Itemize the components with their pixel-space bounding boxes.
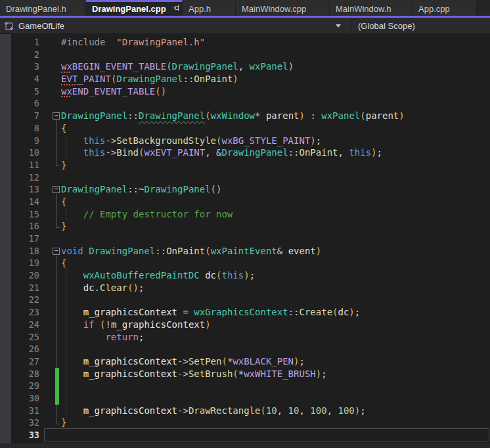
line-number: 15	[0, 208, 39, 221]
code-line[interactable]: }	[61, 220, 66, 233]
code-line[interactable]: return;	[61, 331, 144, 344]
code-line[interactable]: dc.Clear();	[61, 282, 144, 294]
tab-label: DrawingPanel.h	[6, 4, 66, 14]
line-number: 23	[0, 306, 39, 319]
tab-mainwindow-h[interactable]: MainWindow.h	[330, 0, 412, 16]
line-number: 29	[0, 380, 39, 392]
code-row: 15 // Empty destructor for now	[0, 208, 490, 221]
tab-mainwindow-cpp[interactable]: MainWindow.cpp	[236, 0, 330, 16]
code-line[interactable]: this->Bind(wxEVT_PAINT, &DrawingPanel::O…	[61, 146, 382, 159]
chevron-down-icon[interactable]	[336, 24, 341, 28]
code-row: 7DrawingPanel::DrawingPanel(wxWindow* pa…	[0, 110, 490, 122]
code-line[interactable]: }	[61, 159, 66, 171]
code-row: 29	[0, 380, 490, 392]
code-line[interactable]: {	[61, 257, 66, 269]
line-number: 28	[0, 368, 39, 380]
code-row: 23 m_graphicsContext = wxGraphicsContext…	[0, 306, 490, 319]
line-number: 6	[0, 97, 39, 110]
code-row: 30	[0, 392, 490, 405]
tab-bar-empty-space	[477, 0, 490, 16]
tab-app-h[interactable]: App.h	[183, 0, 236, 16]
fold-toggle[interactable]: −	[53, 186, 60, 193]
current-line-highlight	[44, 428, 489, 441]
code-row: 25 return;	[0, 331, 490, 344]
tab-label: MainWindow.h	[336, 4, 391, 14]
code-line[interactable]: wxAutoBufferedPaintDC dc(this);	[61, 269, 255, 282]
line-number: 13	[0, 183, 39, 196]
line-number: 9	[0, 135, 39, 147]
fold-toggle[interactable]: −	[53, 112, 60, 120]
line-number: 3	[0, 60, 39, 73]
code-row: 18void DrawingPanel::OnPaint(wxPaintEven…	[0, 245, 490, 258]
code-line[interactable]: #include "DrawingPanel.h"	[61, 36, 205, 49]
tab-label: App.cpp	[418, 4, 450, 14]
line-number: 10	[0, 146, 39, 159]
line-number: 18	[0, 245, 39, 258]
code-line[interactable]: DrawingPanel::~DrawingPanel()	[61, 183, 221, 196]
scope-dropdown[interactable]: (Global Scope)	[358, 18, 415, 34]
code-line[interactable]: if (!m_graphicsContext)	[61, 319, 211, 331]
change-bar	[55, 368, 59, 380]
code-lines: 1#include "DrawingPanel.h"23wxBEGIN_EVEN…	[0, 36, 490, 441]
code-row: 28 m_graphicsContext->SetBrush(*wxWHITE_…	[0, 368, 490, 380]
change-bar	[55, 392, 59, 405]
code-row: 13DrawingPanel::~DrawingPanel()	[0, 183, 490, 196]
code-row: 26	[0, 343, 490, 355]
code-line[interactable]: m_graphicsContext->SetBrush(*wxWHITE_BRU…	[61, 368, 327, 380]
tab-drawingpanel-h[interactable]: DrawingPanel.h	[0, 0, 86, 16]
outline-guide-foot	[56, 424, 60, 424]
code-row: 21 dc.Clear();	[0, 282, 490, 294]
code-line[interactable]: m_graphicsContext = wxGraphicsContext::C…	[61, 306, 360, 319]
code-editor: 1#include "DrawingPanel.h"23wxBEGIN_EVEN…	[0, 34, 490, 448]
code-line[interactable]: {	[61, 196, 66, 208]
tab-app-cpp[interactable]: App.cpp	[412, 0, 477, 16]
code-editor-window: DrawingPanel.hDrawingPanel.cpp✕App.hMain…	[0, 0, 490, 448]
code-line[interactable]: wxBEGIN_EVENT_TABLE(DrawingPanel, wxPane…	[61, 60, 294, 73]
navbar-divider	[351, 18, 351, 34]
code-line[interactable]: {	[61, 122, 66, 135]
line-number: 32	[0, 416, 39, 429]
line-number: 12	[0, 171, 39, 184]
code-line[interactable]: // Empty destructor for now	[61, 208, 233, 221]
code-row: 12	[0, 171, 490, 184]
indent-guide	[66, 135, 66, 159]
line-number: 14	[0, 196, 39, 208]
tab-label: DrawingPanel.cpp	[92, 4, 166, 14]
code-row: 10 this->Bind(wxEVT_PAINT, &DrawingPanel…	[0, 146, 490, 159]
tab-bar: DrawingPanel.hDrawingPanel.cpp✕App.hMain…	[0, 0, 490, 18]
code-row: 9 this->SetBackgroundStyle(wxBG_STYLE_PA…	[0, 135, 490, 147]
code-row: 14{	[0, 196, 490, 208]
code-line[interactable]: EVT_PAINT(DrawingPanel::OnPaint)	[61, 73, 238, 85]
project-dropdown[interactable]: GameOfLife	[0, 18, 64, 34]
code-line[interactable]: m_graphicsContext->DrawRectangle(10, 10,…	[61, 405, 366, 417]
line-number: 1	[0, 36, 39, 49]
line-number: 21	[0, 282, 39, 294]
code-line[interactable]: m_graphicsContext->SetPen(*wxBLACK_PEN);	[61, 355, 305, 368]
tab-label: App.h	[189, 4, 211, 14]
navigation-bar: GameOfLife (Global Scope)	[0, 18, 490, 34]
line-number: 31	[0, 405, 39, 417]
horizontal-scrollbar[interactable]	[0, 443, 490, 448]
code-row: 3wxBEGIN_EVENT_TABLE(DrawingPanel, wxPan…	[0, 60, 490, 73]
line-number: 22	[0, 294, 39, 306]
change-bar	[55, 380, 59, 393]
code-row: 17	[0, 233, 490, 245]
outline-guide	[56, 194, 56, 227]
code-row: 22	[0, 294, 490, 306]
code-line[interactable]: wxEND_EVENT_TABLE()	[61, 85, 166, 98]
code-line[interactable]: }	[61, 416, 66, 429]
pin-icon[interactable]	[173, 4, 181, 14]
code-line[interactable]: this->SetBackgroundStyle(wxBG_STYLE_PAIN…	[61, 135, 321, 147]
code-row: 20 wxAutoBufferedPaintDC dc(this);	[0, 269, 490, 282]
line-number: 27	[0, 355, 39, 368]
fold-toggle[interactable]: −	[53, 248, 60, 255]
code-row: 31 m_graphicsContext->DrawRectangle(10, …	[0, 405, 490, 417]
code-line[interactable]: void DrawingPanel::OnPaint(wxPaintEvent&…	[61, 245, 321, 258]
tab-drawingpanel-cpp[interactable]: DrawingPanel.cpp✕	[86, 0, 183, 16]
line-number: 26	[0, 343, 39, 355]
line-number: 30	[0, 392, 39, 405]
line-number: 4	[0, 73, 39, 85]
code-line[interactable]: DrawingPanel::DrawingPanel(wxWindow* par…	[61, 110, 405, 122]
code-row: 11}	[0, 159, 490, 171]
code-row: 6	[0, 97, 490, 110]
